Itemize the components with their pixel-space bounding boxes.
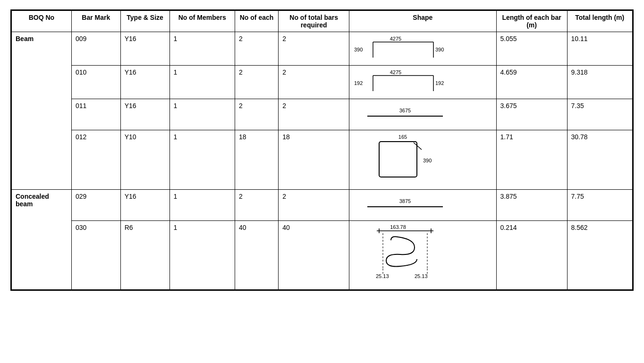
bar-length: 5.055 xyxy=(496,32,567,66)
bar-type: Y10 xyxy=(120,130,169,190)
svg-line-16 xyxy=(414,143,422,150)
bar-mark: 030 xyxy=(71,221,120,290)
shape-009: 390 4275 390 xyxy=(353,35,457,61)
total-length: 9.318 xyxy=(567,66,632,99)
total-length: 7.75 xyxy=(567,190,632,221)
bar-mark: 010 xyxy=(71,66,120,99)
bar-mark: 029 xyxy=(71,190,120,221)
members: 1 xyxy=(169,99,235,130)
table-row: 011 Y16 1 2 2 3675 3.675 7.35 xyxy=(12,99,633,130)
bar-length: 1.71 xyxy=(496,130,567,190)
table-row: Concealed beam 029 Y16 1 2 2 3875 3.875 … xyxy=(12,190,633,221)
header-shape: Shape xyxy=(349,11,496,32)
total-bars: 2 xyxy=(279,32,349,66)
bar-type: Y16 xyxy=(120,32,169,66)
section-label-concealed: Concealed beam xyxy=(12,190,72,290)
header-members: No of Members xyxy=(169,11,235,32)
svg-text:25.13: 25.13 xyxy=(415,273,428,279)
header-length: Length of each bar (m) xyxy=(496,11,567,32)
shape-030: 163.78 25.13 25.13 xyxy=(353,224,457,285)
total-bars: 40 xyxy=(279,221,349,290)
bar-mark: 009 xyxy=(71,32,120,66)
no-each: 18 xyxy=(235,130,278,190)
shape-cell: 165 390 xyxy=(349,130,496,190)
members: 1 xyxy=(169,130,235,190)
shape-cell: 192 4275 192 xyxy=(349,66,496,99)
members: 1 xyxy=(169,66,235,99)
table-row: 030 R6 1 40 40 163.78 xyxy=(12,221,633,290)
header-each: No of each xyxy=(235,11,278,32)
header-total-length: Total length (m) xyxy=(567,11,632,32)
svg-text:163.78: 163.78 xyxy=(390,224,406,230)
header-type: Type & Size xyxy=(120,11,169,32)
bar-length: 4.659 xyxy=(496,66,567,99)
table-row: Beam 009 Y16 1 2 2 390 xyxy=(12,32,633,66)
total-length: 30.78 xyxy=(567,130,632,190)
svg-text:390: 390 xyxy=(423,158,432,163)
svg-text:192: 192 xyxy=(354,80,363,86)
svg-text:390: 390 xyxy=(354,47,363,52)
bar-type: Y16 xyxy=(120,99,169,130)
bar-mark: 012 xyxy=(71,130,120,190)
svg-text:192: 192 xyxy=(435,80,444,86)
svg-rect-15 xyxy=(379,142,417,177)
header-total-bars: No of total bars required xyxy=(279,11,349,32)
bar-type: R6 xyxy=(120,221,169,290)
bar-type: Y16 xyxy=(120,66,169,99)
shape-cell: 3675 xyxy=(349,99,496,130)
svg-text:25.13: 25.13 xyxy=(376,273,389,279)
no-each: 40 xyxy=(235,221,278,290)
no-each: 2 xyxy=(235,99,278,130)
shape-011: 3675 xyxy=(353,102,457,126)
bar-length: 3.675 xyxy=(496,99,567,130)
table-row: 010 Y16 1 2 2 192 4275 192 4.659 9.31 xyxy=(12,66,633,99)
no-each: 2 xyxy=(235,190,278,221)
shape-cell: 163.78 25.13 25.13 xyxy=(349,221,496,290)
no-each: 2 xyxy=(235,66,278,99)
svg-text:4275: 4275 xyxy=(390,69,401,75)
section-label-beam: Beam xyxy=(12,32,72,190)
no-each: 2 xyxy=(235,32,278,66)
total-bars: 2 xyxy=(279,190,349,221)
table-row: 012 Y10 1 18 18 165 390 xyxy=(12,130,633,190)
total-length: 7.35 xyxy=(567,99,632,130)
total-bars: 2 xyxy=(279,66,349,99)
total-length: 8.562 xyxy=(567,221,632,290)
shape-cell: 3875 xyxy=(349,190,496,221)
shape-010: 192 4275 192 xyxy=(353,68,457,94)
bar-mark: 011 xyxy=(71,99,120,130)
svg-text:4275: 4275 xyxy=(390,36,401,42)
bar-length: 0.214 xyxy=(496,221,567,290)
svg-text:3675: 3675 xyxy=(399,108,411,113)
svg-text:165: 165 xyxy=(398,134,407,140)
bar-length: 3.875 xyxy=(496,190,567,221)
total-bars: 2 xyxy=(279,99,349,130)
members: 1 xyxy=(169,32,235,66)
shape-cell: 390 4275 390 xyxy=(349,32,496,66)
header-boq: BOQ No xyxy=(12,11,72,32)
members: 1 xyxy=(169,190,235,221)
shape-029: 3875 xyxy=(353,193,457,216)
header-mark: Bar Mark xyxy=(71,11,120,32)
svg-text:390: 390 xyxy=(435,47,444,52)
members: 1 xyxy=(169,221,235,290)
svg-text:3875: 3875 xyxy=(399,198,411,204)
total-bars: 18 xyxy=(279,130,349,190)
boq-table-wrapper: BOQ No Bar Mark Type & Size No of Member… xyxy=(10,9,634,291)
total-length: 10.11 xyxy=(567,32,632,66)
bar-type: Y16 xyxy=(120,190,169,221)
boq-table: BOQ No Bar Mark Type & Size No of Member… xyxy=(11,10,633,290)
shape-012: 165 390 xyxy=(353,133,457,185)
header-row: BOQ No Bar Mark Type & Size No of Member… xyxy=(12,11,633,32)
